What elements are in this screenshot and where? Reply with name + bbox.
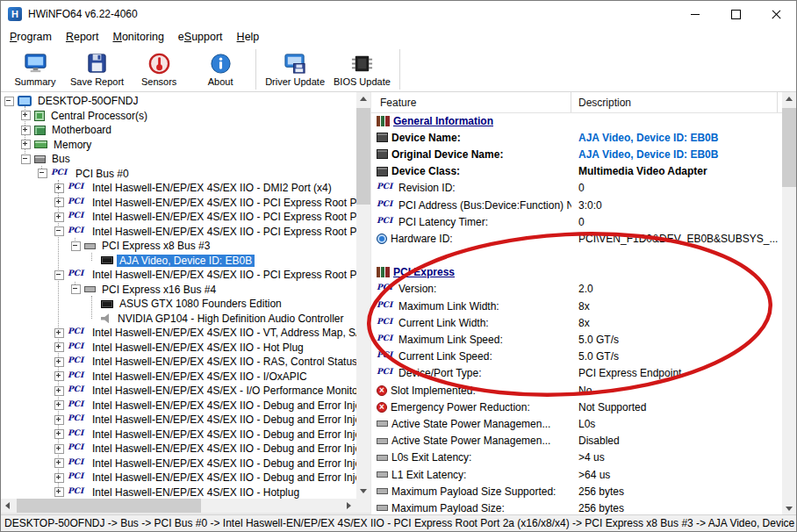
tree-item[interactable]: Intel Haswell-EN/EP/EX 4S/EX IIO - RAS, … (1, 355, 356, 370)
collapse-icon[interactable] (71, 284, 81, 294)
tree-item[interactable]: Intel Haswell-EN/EP/EX 4S/EX IIO - Debug… (1, 471, 356, 485)
details-row[interactable]: Revision ID:0 (371, 180, 782, 197)
tree-item[interactable]: Intel Haswell-EN/EP/EX 4S/EX IIO - DMI2 … (1, 181, 356, 196)
details-row[interactable]: Device/Port Type:PCI Express Endpoint (371, 365, 782, 382)
tree-item[interactable]: Motherboard (1, 123, 356, 138)
scroll-up-button[interactable] (782, 92, 796, 106)
scroll-up-button[interactable] (356, 92, 370, 106)
tree-item[interactable]: ASUS GTX 1080 Founders Edition (1, 297, 356, 312)
tree-item[interactable]: Intel Haswell-EN/EP/EX 4S/EX IIO - Hotpl… (1, 485, 356, 500)
details-row[interactable]: Current Link Width:8x (371, 314, 782, 331)
about-button[interactable]: About (190, 48, 251, 90)
details-row[interactable]: L0s Exit Latency:>4 us (371, 449, 782, 466)
scroll-left-button[interactable] (1, 499, 15, 513)
expand-icon[interactable] (21, 111, 31, 120)
expand-icon[interactable] (54, 473, 64, 483)
minimize-button[interactable] (675, 1, 715, 27)
scroll-down-button[interactable] (356, 485, 370, 499)
tree-item[interactable]: AJA Video, Device ID: EB0B (1, 254, 356, 269)
expand-icon[interactable] (54, 328, 64, 338)
save-report-button[interactable]: Save Report (66, 48, 128, 90)
details-section-row[interactable]: General Information (371, 112, 782, 129)
details-row[interactable]: Device Name:AJA Video, Device ID: EB0B (371, 129, 782, 146)
expand-icon[interactable] (21, 126, 31, 135)
scrollbar-thumb[interactable] (782, 108, 796, 187)
column-header-feature[interactable]: Feature (371, 92, 571, 112)
tree-vertical-scrollbar[interactable] (356, 92, 370, 499)
collapse-icon[interactable] (71, 241, 81, 251)
expand-icon[interactable] (54, 444, 64, 454)
details-vertical-scrollbar[interactable] (782, 92, 796, 516)
details-row[interactable]: Slot Implemented:No (371, 382, 782, 399)
sensors-button[interactable]: Sensors (128, 48, 190, 90)
expand-icon[interactable] (54, 371, 64, 381)
expand-icon[interactable] (54, 415, 64, 425)
tree-item[interactable]: Intel Haswell-EN/EP/EX 4S/EX IIO - Hot P… (1, 341, 356, 356)
details-row[interactable]: Maximum Link Speed:5.0 GT/s (371, 331, 782, 348)
tree-item[interactable]: Intel Haswell-EN/EP/EX 4S/EX IIO - PCI E… (1, 268, 356, 283)
close-button[interactable] (756, 1, 796, 27)
collapse-icon[interactable] (4, 97, 14, 106)
driver-update-button[interactable]: Driver Update (261, 48, 329, 90)
tree-item[interactable]: Intel Haswell-EN/EP/EX 4S/EX IIO - VT, A… (1, 326, 356, 341)
expand-icon[interactable] (54, 487, 64, 497)
expand-icon[interactable] (54, 342, 64, 352)
tree-item[interactable]: Intel Haswell-EN/EP/EX 4S/EX IIO - Debug… (1, 428, 356, 442)
collapse-icon[interactable] (38, 169, 47, 178)
scrollbar-thumb[interactable] (17, 499, 201, 513)
tree-item[interactable]: Central Processor(s) (1, 109, 356, 124)
tree-horizontal-scrollbar[interactable] (1, 499, 356, 513)
details-row[interactable]: PCI Address (Bus:Device:Function) Nu...3… (371, 197, 782, 213)
tree-item[interactable]: Memory (1, 138, 356, 153)
scrollbar-thumb[interactable] (356, 108, 370, 205)
tree-item[interactable]: Intel Haswell-EN/EP/EX 4S/EX IIO - PCI E… (1, 210, 356, 225)
expand-icon[interactable] (54, 429, 64, 439)
column-header-description[interactable]: Description (571, 92, 778, 112)
menu-item-monitoring[interactable]: Monitoring (105, 28, 170, 46)
tree-item[interactable]: NVIDIA GP104 - High Definition Audio Con… (1, 312, 356, 327)
expand-icon[interactable] (54, 183, 64, 193)
expand-icon[interactable] (54, 198, 64, 207)
tree-item[interactable]: Intel Haswell-EN/EP/EX 4S/EX IIO - Debug… (1, 457, 356, 471)
tree-item[interactable]: Intel Haswell-EN/EP/EX 4S/EX IIO - Debug… (1, 442, 356, 457)
expand-icon[interactable] (21, 140, 31, 149)
tree-item[interactable]: Intel Haswell-EN/EP/EX 4S/EX IIO - Debug… (1, 399, 356, 413)
menu-item-report[interactable]: Report (59, 28, 106, 46)
scroll-right-button[interactable] (342, 499, 356, 513)
menu-item-program[interactable]: Program (3, 28, 59, 46)
details-row[interactable]: Original Device Name:AJA Video, Device I… (371, 146, 782, 162)
bios-update-button[interactable]: BIOS Update (329, 48, 395, 90)
details-row[interactable]: Hardware ID:PCI\VEN_F1D0&DEV_EB0B&SUBSYS… (371, 230, 782, 247)
tree-item[interactable]: PCI Bus #0 (1, 167, 356, 182)
tree-item[interactable]: Intel Haswell-EN/EP/EX 4S/EX IIO - PCI E… (1, 196, 356, 211)
tree-item[interactable]: Intel Haswell-EN/EP/EX 4S/EX IIO - Debug… (1, 413, 356, 428)
expand-icon[interactable] (54, 458, 64, 468)
details-row[interactable]: PCI Latency Timer:0 (371, 213, 782, 230)
details-row[interactable]: Active State Power Managemen...Disabled (371, 433, 782, 449)
menu-item-esupport[interactable]: eSupport (171, 28, 230, 46)
tree-item[interactable]: Bus (1, 152, 356, 167)
details-row[interactable]: L1 Exit Latency:>64 us (371, 466, 782, 483)
menu-item-help[interactable]: Help (230, 28, 267, 46)
tree-item[interactable]: Intel Haswell-EN/EP/EX 4S/EX IIO - PCI E… (1, 225, 356, 240)
details-row[interactable]: Emergency Power Reduction:Not Supported (371, 399, 782, 415)
tree-item[interactable]: DESKTOP-50OFNDJ (1, 94, 356, 109)
tree-item[interactable]: Intel Haswell-EN/EP/EX 4S/EX IIO - I/OxA… (1, 370, 356, 385)
details-row[interactable]: Device Class:Multimedia Video Adapter (371, 163, 782, 180)
details-row[interactable]: Active State Power Managemen...L0s (371, 415, 782, 432)
collapse-icon[interactable] (54, 226, 64, 236)
expand-icon[interactable] (54, 357, 64, 367)
summary-button[interactable]: Summary (4, 48, 66, 90)
collapse-icon[interactable] (54, 270, 64, 280)
details-row[interactable]: Version:2.0 (371, 281, 782, 298)
tree-item[interactable]: Intel Haswell-EN/EP/EX 4S/EX - I/O Perfo… (1, 384, 356, 399)
tree-item[interactable]: PCI Express x8 Bus #3 (1, 239, 356, 254)
maximize-button[interactable] (715, 1, 756, 27)
details-row[interactable]: Maximum Link Width:8x (371, 298, 782, 314)
collapse-icon[interactable] (21, 155, 31, 164)
details-row[interactable]: Current Link Speed:5.0 GT/s (371, 349, 782, 365)
expand-icon[interactable] (54, 400, 64, 410)
tree-item[interactable]: PCI Express x16 Bus #4 (1, 283, 356, 298)
expand-icon[interactable] (54, 212, 64, 222)
details-row[interactable]: Maximum Payload Size Supported:256 bytes (371, 483, 782, 500)
